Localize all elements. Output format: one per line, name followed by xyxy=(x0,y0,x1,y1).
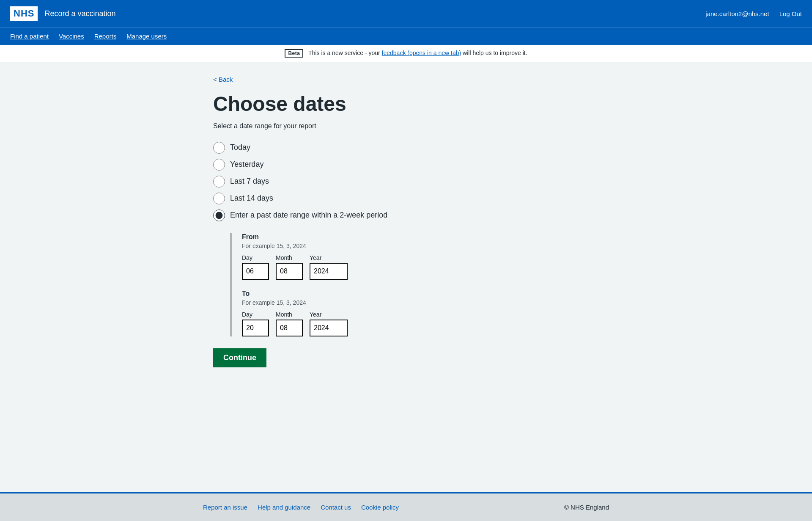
to-hint: For example 15, 3, 2024 xyxy=(242,299,599,306)
from-date-group: From For example 15, 3, 2024 Day Month Y… xyxy=(242,233,599,280)
main-nav: Find a patient Vaccines Reports Manage u… xyxy=(0,27,812,45)
radio-last7-label: Last 7 days xyxy=(230,177,269,186)
to-date-fields: Day Month Year xyxy=(242,311,599,336)
radio-last7[interactable]: Last 7 days xyxy=(213,176,599,187)
footer-inner: Report an issue Help and guidance Contac… xyxy=(203,504,609,511)
radio-today-input[interactable] xyxy=(213,142,225,154)
radio-last14-input[interactable] xyxy=(213,193,225,204)
from-month-label: Month xyxy=(276,254,303,261)
nav-vaccines[interactable]: Vaccines xyxy=(59,28,91,45)
footer-cookie-policy[interactable]: Cookie policy xyxy=(361,504,399,511)
footer-links: Report an issue Help and guidance Contac… xyxy=(203,504,399,511)
footer-contact-us[interactable]: Contact us xyxy=(321,504,351,511)
date-range-section: From For example 15, 3, 2024 Day Month Y… xyxy=(230,233,599,336)
beta-banner: Beta This is a new service - your feedba… xyxy=(0,45,812,62)
footer-help-guidance[interactable]: Help and guidance xyxy=(258,504,310,511)
to-label: To xyxy=(242,290,599,298)
nav-manage-users[interactable]: Manage users xyxy=(126,28,173,45)
from-month-input[interactable] xyxy=(276,263,303,280)
to-year-field: Year xyxy=(310,311,348,336)
continue-button[interactable]: Continue xyxy=(213,348,266,367)
beta-tag: Beta xyxy=(285,49,303,58)
from-day-label: Day xyxy=(242,254,269,261)
beta-text: This is a new service - your xyxy=(308,50,382,56)
from-year-label: Year xyxy=(310,254,348,261)
from-date-fields: Day Month Year xyxy=(242,254,599,280)
radio-custom[interactable]: Enter a past date range within a 2-week … xyxy=(213,210,599,221)
nav-find-patient[interactable]: Find a patient xyxy=(10,28,55,45)
to-month-field: Month xyxy=(276,311,303,336)
logout-link[interactable]: Log Out xyxy=(779,10,802,17)
footer-report-issue[interactable]: Report an issue xyxy=(203,504,247,511)
radio-yesterday-label: Yesterday xyxy=(230,160,263,169)
from-year-field: Year xyxy=(310,254,348,280)
to-year-label: Year xyxy=(310,311,348,318)
beta-text-after: will help us to improve it. xyxy=(461,50,527,56)
from-day-input[interactable] xyxy=(242,263,269,280)
main-content: Back Choose dates Select a date range fo… xyxy=(203,62,609,492)
header-left: NHS Record a vaccination xyxy=(10,6,116,21)
date-range-radio-group: Today Yesterday Last 7 days Last 14 days… xyxy=(213,142,599,221)
site-footer: Report an issue Help and guidance Contac… xyxy=(0,492,812,521)
site-header: NHS Record a vaccination jane.carlton2@n… xyxy=(0,0,812,27)
user-email-link[interactable]: jane.carlton2@nhs.net xyxy=(705,10,769,17)
radio-today-label: Today xyxy=(230,143,250,152)
header-right: jane.carlton2@nhs.net Log Out xyxy=(705,10,802,17)
to-month-label: Month xyxy=(276,311,303,318)
to-year-input[interactable] xyxy=(310,320,348,336)
feedback-link[interactable]: feedback (opens in a new tab) xyxy=(382,50,461,56)
radio-custom-input[interactable] xyxy=(213,210,225,221)
page-subtitle: Select a date range for your report xyxy=(213,122,599,130)
to-day-label: Day xyxy=(242,311,269,318)
radio-last14-label: Last 14 days xyxy=(230,194,273,203)
radio-yesterday[interactable]: Yesterday xyxy=(213,159,599,171)
nhs-logo: NHS xyxy=(10,6,38,21)
from-day-field: Day xyxy=(242,254,269,280)
from-hint: For example 15, 3, 2024 xyxy=(242,243,599,249)
from-month-field: Month xyxy=(276,254,303,280)
radio-last7-input[interactable] xyxy=(213,176,225,187)
to-day-input[interactable] xyxy=(242,320,269,336)
header-title: Record a vaccination xyxy=(44,9,115,18)
footer-copyright: © NHS England xyxy=(564,504,609,511)
to-day-field: Day xyxy=(242,311,269,336)
radio-yesterday-input[interactable] xyxy=(213,159,225,171)
page-title: Choose dates xyxy=(213,93,599,116)
from-label: From xyxy=(242,233,599,241)
nav-reports[interactable]: Reports xyxy=(94,28,123,45)
radio-custom-label: Enter a past date range within a 2-week … xyxy=(230,211,387,220)
from-year-input[interactable] xyxy=(310,263,348,280)
radio-last14[interactable]: Last 14 days xyxy=(213,193,599,204)
to-date-group: To For example 15, 3, 2024 Day Month Yea… xyxy=(242,290,599,336)
to-month-input[interactable] xyxy=(276,320,303,336)
radio-today[interactable]: Today xyxy=(213,142,599,154)
back-link[interactable]: Back xyxy=(213,76,233,83)
